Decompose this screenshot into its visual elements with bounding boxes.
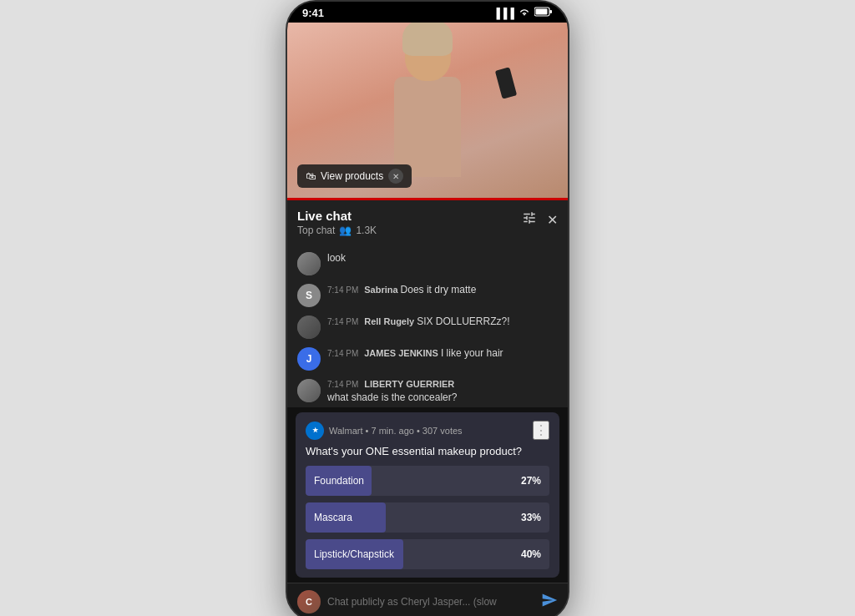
live-chat-subtitle: Top chat 👥 1.3K xyxy=(297,225,377,236)
chat-input-bar: C xyxy=(287,583,568,616)
message-username: LIBERTY GUERRIER xyxy=(364,379,454,389)
message-username: JAMES JENKINS xyxy=(364,348,438,358)
chat-message: 7:14 PM Rell Rugely SIX DOLLUERRZz?! xyxy=(297,311,558,343)
poll-label-row: Lipstick/Chapstick 40% xyxy=(306,539,549,569)
poll-bar-bg: Foundation 27% xyxy=(306,466,549,496)
message-text: Does it dry matte xyxy=(401,284,477,295)
live-chat-title: Live chat xyxy=(297,209,377,223)
avatar xyxy=(297,252,321,275)
poll-option-pct: 33% xyxy=(521,512,541,523)
product-item xyxy=(495,67,517,98)
poll-section: ★ Walmart • 7 min. ago • 307 votes ⋮ Wha… xyxy=(296,412,559,578)
live-chat-header-section: Live chat Top chat 👥 1.3K ✕ xyxy=(287,200,568,248)
poll-option-mascara[interactable]: Mascara 33% xyxy=(306,502,549,533)
person-head xyxy=(405,31,451,81)
signal-icon: ▐▐▐ xyxy=(493,8,514,19)
video-area: 🛍 View products ✕ xyxy=(287,23,568,198)
message-text: look xyxy=(327,252,558,264)
view-products-label: View products xyxy=(321,170,383,182)
poll-option-label: Lipstick/Chapstick xyxy=(314,548,394,560)
user-avatar: C xyxy=(297,590,321,613)
close-overlay-button[interactable]: ✕ xyxy=(388,169,403,184)
avatar xyxy=(297,379,321,402)
svg-rect-2 xyxy=(550,10,553,13)
status-icons: ▐▐▐ xyxy=(493,7,553,19)
status-time: 9:41 xyxy=(302,7,324,19)
poll-votes-info: 7 min. ago • 307 votes xyxy=(372,426,463,436)
live-chat-header: Live chat Top chat 👥 1.3K ✕ xyxy=(297,209,558,236)
poll-question: What's your ONE essential makeup product… xyxy=(306,445,549,457)
message-time: 7:14 PM xyxy=(327,317,358,326)
message-content: look xyxy=(327,252,558,264)
viewers-count: 1.3K xyxy=(356,225,377,236)
chat-message: J 7:14 PM JAMES JENKINS I like your hair xyxy=(297,343,558,375)
shopping-bag-icon: 🛍 xyxy=(306,170,316,182)
top-chat-label[interactable]: Top chat xyxy=(297,225,335,236)
message-text: what shade is the concealer? xyxy=(327,391,457,403)
message-content: 7:14 PM Rell Rugely SIX DOLLUERRZz?! xyxy=(327,316,558,327)
poll-header: ★ Walmart • 7 min. ago • 307 votes ⋮ xyxy=(306,421,549,440)
message-content: 7:14 PM LIBERTY GUERRIER what shade is t… xyxy=(327,379,558,403)
poll-source: ★ Walmart • 7 min. ago • 307 votes xyxy=(306,422,463,440)
poll-label-row: Foundation 27% xyxy=(306,466,549,496)
poll-bar-bg: Lipstick/Chapstick 40% xyxy=(306,539,549,569)
poll-meta: Walmart • 7 min. ago • 307 votes xyxy=(329,426,463,436)
walmart-logo: ★ xyxy=(306,422,324,440)
svg-rect-1 xyxy=(536,9,548,15)
message-content: 7:14 PM Sabrina Does it dry matte xyxy=(327,284,558,295)
status-bar: 9:41 ▐▐▐ xyxy=(287,2,568,23)
settings-icon-button[interactable] xyxy=(522,210,537,229)
chat-input[interactable] xyxy=(327,596,534,608)
message-row: 7:14 PM Sabrina Does it dry matte xyxy=(327,284,558,295)
poll-option-label: Mascara xyxy=(314,512,352,523)
message-row: 7:14 PM JAMES JENKINS I like your hair xyxy=(327,347,558,359)
poll-options-button[interactable]: ⋮ xyxy=(533,421,549,440)
person-body xyxy=(394,77,461,177)
message-row: 7:14 PM Rell Rugely SIX DOLLUERRZz?! xyxy=(327,316,558,327)
message-content: 7:14 PM JAMES JENKINS I like your hair xyxy=(327,347,558,359)
chat-messages-list: look S 7:14 PM Sabrina Does it dry matte… xyxy=(287,248,568,407)
poll-time-votes: • xyxy=(366,426,372,436)
message-time: 7:14 PM xyxy=(327,380,358,389)
avatar xyxy=(297,316,321,339)
avatar: S xyxy=(297,284,321,307)
viewers-icon: 👥 xyxy=(339,225,352,236)
chat-message: S 7:14 PM Sabrina Does it dry matte xyxy=(297,280,558,311)
battery-icon xyxy=(534,7,553,19)
message-username: Sabrina xyxy=(364,285,397,295)
poll-label-row: Mascara 33% xyxy=(306,502,549,533)
message-text: SIX DOLLUERRZz?! xyxy=(417,316,509,327)
person-hair xyxy=(402,23,453,56)
phone-frame: 9:41 ▐▐▐ xyxy=(286,0,569,616)
message-text: I like your hair xyxy=(441,347,503,359)
poll-option-pct: 27% xyxy=(521,475,541,487)
live-chat-title-group: Live chat Top chat 👥 1.3K xyxy=(297,209,377,236)
message-time: 7:14 PM xyxy=(327,349,358,358)
chat-message: 7:14 PM LIBERTY GUERRIER what shade is t… xyxy=(297,375,558,407)
close-chat-button[interactable]: ✕ xyxy=(547,212,558,228)
message-row: 7:14 PM LIBERTY GUERRIER what shade is t… xyxy=(327,379,558,403)
send-button[interactable] xyxy=(541,592,558,613)
poll-source-name: Walmart xyxy=(329,426,363,436)
avatar: J xyxy=(297,347,321,371)
poll-bar-bg: Mascara 33% xyxy=(306,502,549,533)
poll-option-label: Foundation xyxy=(314,475,364,487)
poll-option-lipstick[interactable]: Lipstick/Chapstick 40% xyxy=(306,539,549,569)
message-time: 7:14 PM xyxy=(327,285,358,295)
chat-message: look xyxy=(297,248,558,280)
header-icons: ✕ xyxy=(522,210,558,229)
message-username: Rell Rugely xyxy=(364,316,414,326)
wifi-icon xyxy=(519,8,530,19)
poll-option-pct: 40% xyxy=(521,548,541,560)
view-products-button[interactable]: 🛍 View products ✕ xyxy=(297,164,412,188)
poll-option-foundation[interactable]: Foundation 27% xyxy=(306,466,549,496)
